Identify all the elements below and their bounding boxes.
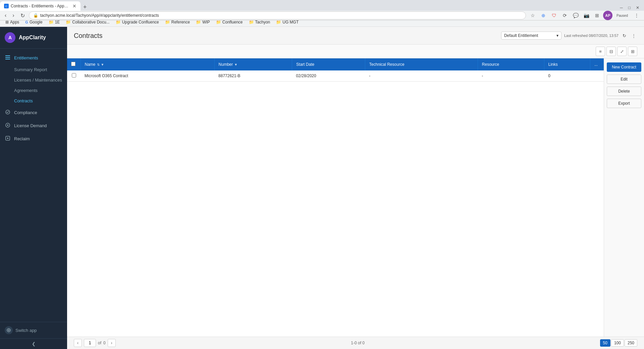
header-row: Name ⇅ ▼ Number ▼ <box>67 58 604 70</box>
number-label: Number <box>219 62 233 67</box>
sidebar-item-compliance[interactable]: Compliance <box>0 106 67 119</box>
sidebar-collapse-button[interactable]: ❮ <box>0 338 67 349</box>
ext-icon[interactable]: ⊞ <box>592 11 602 20</box>
toolbar-icons: ☆ ⊕ 🛡 ⟳ 💬 📷 ⊞ AP Paused ⋮ <box>528 11 641 20</box>
paused-label[interactable]: Paused <box>614 11 631 20</box>
reload-button[interactable]: ↻ <box>18 11 27 20</box>
table-row[interactable]: Microsoft O365 Contract 88772621-B 02/28… <box>67 70 604 82</box>
forward-button[interactable]: › <box>10 11 16 20</box>
menu-button[interactable]: ⋮ <box>632 11 641 20</box>
name-column-header[interactable]: Name ⇅ ▼ <box>80 58 214 70</box>
minimize-button[interactable]: ─ <box>618 5 625 11</box>
resource-column-header[interactable]: Resource <box>478 58 544 70</box>
bookmark-google[interactable]: G Google <box>22 19 45 25</box>
start-date-label: Start Date <box>296 62 314 67</box>
page-size-100[interactable]: 100 <box>611 339 624 347</box>
row-checkbox[interactable] <box>72 73 76 78</box>
bookmark-label: Collaborative Docu... <box>72 20 109 24</box>
app-logo: A <box>5 32 15 43</box>
select-all-header[interactable] <box>67 58 80 70</box>
shield-icon[interactable]: 🛡 <box>549 11 559 20</box>
name-sort-icon[interactable]: ⇅ <box>97 63 100 66</box>
page-size-selector: 50 100 250 <box>600 339 637 347</box>
svg-point-7 <box>7 138 8 139</box>
sync-icon[interactable]: ⟳ <box>560 11 570 20</box>
prev-page-button[interactable]: ‹ <box>74 339 82 347</box>
profile-button[interactable]: AP <box>603 11 612 20</box>
refresh-button[interactable]: ↻ <box>621 32 628 40</box>
delete-button[interactable]: Delete <box>607 87 641 96</box>
row-number-cell: 88772621-B <box>214 70 292 82</box>
address-text: tachyon.acme.local/Tachyon/App/#/appclar… <box>40 13 522 18</box>
back-button[interactable]: ‹ <box>3 11 8 20</box>
bookmark-reference[interactable]: 📁 Reference <box>162 19 193 25</box>
more-column-header: ... <box>590 58 604 70</box>
folder-icon: 📁 <box>276 20 281 24</box>
folder-icon: 📁 <box>216 20 221 24</box>
page-size-250[interactable]: 250 <box>625 339 637 347</box>
bookmark-label: UG MGT <box>282 20 299 24</box>
bookmark-ug-mgt[interactable]: 📁 UG MGT <box>273 19 301 25</box>
video-icon[interactable]: 📷 <box>582 11 591 20</box>
row-checkbox-cell[interactable] <box>67 70 80 82</box>
number-column-header[interactable]: Number ▼ <box>214 58 292 70</box>
page-size-50[interactable]: 50 <box>600 339 610 347</box>
sidebar-item-license-demand[interactable]: License Demand <box>0 119 67 132</box>
address-bar[interactable]: 🔒 tachyon.acme.local/Tachyon/App/#/appcl… <box>29 11 526 19</box>
bookmark-confluence[interactable]: 📁 Confluence <box>213 19 246 25</box>
sidebar-item-reclaim[interactable]: Reclaim <box>0 132 67 145</box>
page-of-label: of <box>98 341 101 345</box>
row-start-date-cell: 02/28/2020 <box>292 70 365 82</box>
google-favicon: G <box>25 20 28 24</box>
table-body: Microsoft O365 Contract 88772621-B 02/28… <box>67 70 604 82</box>
next-page-button[interactable]: › <box>108 339 116 347</box>
compact-view-button[interactable]: ⊟ <box>606 47 616 56</box>
chat-icon[interactable]: 💬 <box>571 11 580 20</box>
new-contract-button[interactable]: New Contract <box>607 62 641 72</box>
bookmark-collaborative[interactable]: 📁 Collaborative Docu... <box>63 19 112 25</box>
row-resource-cell: - <box>478 70 544 82</box>
export-button[interactable]: Export <box>607 99 641 108</box>
bookmark-tachyon[interactable]: 📁 Tachyon <box>246 19 273 25</box>
sidebar-item-entitlements[interactable]: Entitlements <box>0 51 67 64</box>
sidebar-nav: Entitlements Summary Report Licenses / M… <box>0 49 67 322</box>
edit-button[interactable]: Edit <box>607 74 641 84</box>
more-options-button[interactable]: ⋮ <box>630 32 637 40</box>
bookmark-wip[interactable]: 📁 WIP <box>193 19 213 25</box>
grid-view-button[interactable]: ⊞ <box>628 47 637 56</box>
maximize-button[interactable]: □ <box>626 5 633 11</box>
links-column-header[interactable]: Links <box>544 58 590 70</box>
name-label: Name <box>85 62 96 67</box>
new-tab-button[interactable]: + <box>80 4 90 11</box>
refresh-info: Last refreshed 08/07/2020, 13:57 <box>564 34 619 38</box>
apps-button[interactable]: ⊞ Apps <box>3 19 22 25</box>
compliance-icon <box>5 109 11 116</box>
name-filter-icon[interactable]: ▼ <box>101 63 104 66</box>
bookmark-1e[interactable]: 📁 1E <box>46 19 63 25</box>
bookmark-upgrade-confluence[interactable]: 📁 Upgrade Confluence <box>113 19 162 25</box>
star-icon[interactable]: ☆ <box>528 11 537 20</box>
close-button[interactable]: ✕ <box>634 5 641 11</box>
page-title: Contracts <box>74 32 103 40</box>
svg-point-5 <box>7 124 8 126</box>
number-filter-icon[interactable]: ▼ <box>234 63 237 66</box>
sidebar-item-summary-report[interactable]: Summary Report <box>0 64 67 75</box>
tab-title: Contracts - Entitlements - AppC... <box>11 4 70 8</box>
security-icon: 🔒 <box>33 13 38 18</box>
start-date-column-header[interactable]: Start Date <box>292 58 365 70</box>
sidebar-item-contracts[interactable]: Contracts <box>0 96 67 106</box>
entitlements-label: Entitlements <box>14 55 38 60</box>
switch-app-button[interactable]: Switch app <box>0 322 67 338</box>
select-all-checkbox[interactable] <box>71 62 75 66</box>
list-view-button[interactable]: ≡ <box>596 47 605 56</box>
technical-resource-column-header[interactable]: Technical Resource <box>365 58 478 70</box>
table-header: Name ⇅ ▼ Number ▼ <box>67 58 604 70</box>
expand-view-button[interactable]: ⤢ <box>617 47 627 56</box>
sidebar-item-licenses-maintenances[interactable]: Licenses / Maintenances <box>0 75 67 85</box>
tab-close-button[interactable]: ✕ <box>72 3 76 9</box>
page-number-input[interactable] <box>84 339 96 347</box>
extensions-icon[interactable]: ⊕ <box>539 11 548 20</box>
sidebar-item-agreements[interactable]: Agreements <box>0 85 67 96</box>
active-tab[interactable]: C Contracts - Entitlements - AppC... ✕ <box>0 1 80 11</box>
entitlement-dropdown[interactable]: Default Entitlement ▾ <box>501 32 561 40</box>
